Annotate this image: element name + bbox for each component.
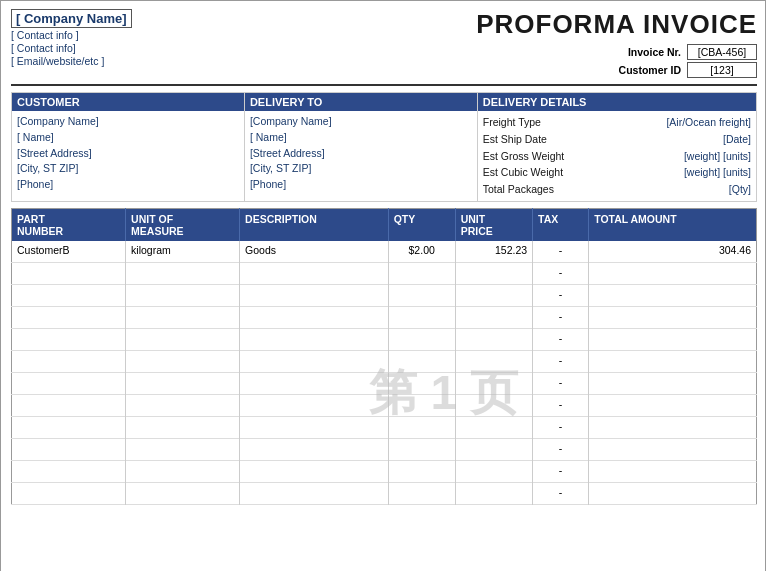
table-cell — [589, 263, 757, 285]
contact-line-2: [ Contact info] — [11, 42, 132, 54]
table-cell — [12, 307, 126, 329]
customer-id-row: Customer ID [123] — [601, 62, 757, 78]
customer-id-value: [123] — [687, 62, 757, 78]
table-cell: - — [533, 373, 589, 395]
table-cell — [12, 351, 126, 373]
table-cell — [240, 461, 389, 483]
invoice-nr-value: [CBA-456] — [687, 44, 757, 60]
th-total-amount: TOTAL AMOUNT — [589, 208, 757, 241]
table-cell — [455, 461, 532, 483]
dd-row-3: Est Cubic Weight [weight] [units] — [483, 164, 751, 181]
table-row: - — [12, 395, 757, 417]
table-container: PART NUMBER UNIT OF MEASURE DESCRIPTION … — [11, 208, 757, 506]
table-cell — [388, 307, 455, 329]
table-cell — [126, 483, 240, 505]
table-cell — [12, 395, 126, 417]
table-cell — [126, 329, 240, 351]
table-cell: Goods — [240, 241, 389, 263]
table-cell: - — [533, 329, 589, 351]
table-row: CustomerBkilogramGoods$2.00152.23-304.46 — [12, 241, 757, 263]
table-cell — [12, 285, 126, 307]
table-cell — [455, 373, 532, 395]
delivery-to-line-2: [Street Address] — [250, 146, 472, 162]
delivery-to-line-3: [City, ST ZIP] — [250, 161, 472, 177]
company-block: [ Company Name] [ Contact info ] [ Conta… — [11, 9, 132, 67]
dd-value-4: [Qty] — [729, 181, 751, 198]
th-part-number: PART NUMBER — [12, 208, 126, 241]
dd-row-1: Est Ship Date [Date] — [483, 131, 751, 148]
table-row: - — [12, 329, 757, 351]
table-cell: 304.46 — [589, 241, 757, 263]
table-cell — [126, 285, 240, 307]
customer-line-3: [City, ST ZIP] — [17, 161, 239, 177]
table-cell — [240, 373, 389, 395]
table-cell — [455, 351, 532, 373]
table-cell — [388, 373, 455, 395]
table-cell — [589, 373, 757, 395]
items-table: PART NUMBER UNIT OF MEASURE DESCRIPTION … — [11, 208, 757, 506]
table-row: - — [12, 351, 757, 373]
table-cell — [240, 483, 389, 505]
table-cell — [589, 351, 757, 373]
th-unit-price: UNIT PRICE — [455, 208, 532, 241]
table-cell: - — [533, 263, 589, 285]
dd-value-0: [Air/Ocean freight] — [666, 114, 751, 131]
table-row: - — [12, 307, 757, 329]
dd-label-1: Est Ship Date — [483, 131, 547, 148]
table-cell — [455, 307, 532, 329]
company-name: [ Company Name] — [11, 9, 132, 28]
table-cell — [455, 417, 532, 439]
table-cell — [589, 307, 757, 329]
invoice-nr-row: Invoice Nr. [CBA-456] — [601, 44, 757, 60]
dd-row-0: Freight Type [Air/Ocean freight] — [483, 114, 751, 131]
th-unit-of-measure: UNIT OF MEASURE — [126, 208, 240, 241]
table-cell: - — [533, 285, 589, 307]
dd-label-3: Est Cubic Weight — [483, 164, 563, 181]
table-row: - — [12, 439, 757, 461]
table-cell — [240, 395, 389, 417]
table-cell — [388, 417, 455, 439]
dd-row-4: Total Packages [Qty] — [483, 181, 751, 198]
table-cell — [12, 439, 126, 461]
table-body: CustomerBkilogramGoods$2.00152.23-304.46… — [12, 241, 757, 505]
th-qty: QTY — [388, 208, 455, 241]
invoice-nr-label: Invoice Nr. — [601, 46, 681, 58]
dd-value-1: [Date] — [723, 131, 751, 148]
table-cell — [388, 285, 455, 307]
table-cell — [12, 417, 126, 439]
table-cell — [240, 307, 389, 329]
table-cell — [388, 439, 455, 461]
dd-label-0: Freight Type — [483, 114, 541, 131]
table-cell — [388, 483, 455, 505]
table-cell — [589, 285, 757, 307]
delivery-to-line-1: [ Name] — [250, 130, 472, 146]
customer-col: CUSTOMER [Company Name] [ Name] [Street … — [11, 92, 245, 202]
table-cell — [455, 395, 532, 417]
table-cell: - — [533, 417, 589, 439]
table-cell: - — [533, 307, 589, 329]
delivery-to-body: [Company Name] [ Name] [Street Address] … — [245, 111, 477, 196]
delivery-details-header: DELIVERY DETAILS — [478, 93, 756, 111]
contact-line-3: [ Email/website/etc ] — [11, 55, 132, 67]
table-cell — [12, 373, 126, 395]
table-cell: 152.23 — [455, 241, 532, 263]
table-cell — [240, 417, 389, 439]
table-cell — [240, 439, 389, 461]
dd-value-3: [weight] [units] — [684, 164, 751, 181]
table-cell: - — [533, 439, 589, 461]
info-section: CUSTOMER [Company Name] [ Name] [Street … — [11, 92, 757, 202]
table-cell — [126, 439, 240, 461]
table-row: - — [12, 417, 757, 439]
dd-label-4: Total Packages — [483, 181, 554, 198]
table-cell — [455, 285, 532, 307]
th-tax: TAX — [533, 208, 589, 241]
contact-line-1: [ Contact info ] — [11, 29, 132, 41]
customer-line-0: [Company Name] — [17, 114, 239, 130]
delivery-details-body: Freight Type [Air/Ocean freight] Est Shi… — [478, 111, 756, 201]
invoice-title-block: PROFORMA INVOICE Invoice Nr. [CBA-456] C… — [476, 9, 757, 78]
delivery-to-line-0: [Company Name] — [250, 114, 472, 130]
table-row: - — [12, 263, 757, 285]
table-cell — [240, 263, 389, 285]
table-header-row: PART NUMBER UNIT OF MEASURE DESCRIPTION … — [12, 208, 757, 241]
dd-value-2: [weight] [units] — [684, 148, 751, 165]
